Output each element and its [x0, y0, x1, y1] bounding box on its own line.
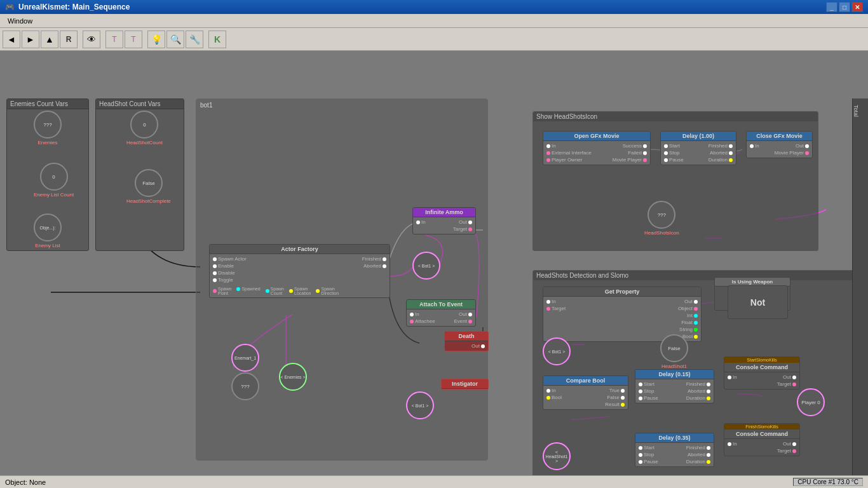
headshots-icon-circle[interactable]: ???	[648, 201, 675, 229]
forward-button[interactable]: ►	[22, 30, 39, 48]
open-gfx-title: Open GFx Movie	[543, 132, 650, 141]
headshot1-circle[interactable]: < HeadShot1 >	[543, 442, 571, 470]
console-start-left: In	[728, 374, 737, 387]
main-canvas[interactable]: Enemies Count Vars ??? Enemies 0 Enemy L…	[0, 51, 868, 475]
actor-factory-pins-left: Spawn Actor Enable Disable Toggle SpawnP…	[213, 256, 339, 295]
death-event-node[interactable]: Death Out	[444, 331, 489, 351]
headshot-count-label: HeadShotCount	[126, 140, 163, 146]
get-property-title: Get Property	[543, 287, 701, 297]
object-status: Object: None	[5, 478, 46, 486]
delay-015-right: Finished Aborted Duration	[686, 381, 710, 401]
compare-bool-node[interactable]: Compare Bool In Bool True False Result	[543, 376, 628, 410]
actor-factory-node[interactable]: Actor Factory Spawn Actor Enable Disable…	[209, 244, 390, 298]
not-node[interactable]: Not	[728, 285, 788, 319]
enemy-list-label: Enemy List	[35, 243, 60, 248]
eye-button[interactable]: 👁	[83, 30, 100, 48]
console-finish-title: Console Command	[724, 430, 799, 439]
up-button[interactable]: ▲	[41, 30, 58, 48]
delay-100-left: Start Stop Pause	[664, 143, 684, 163]
headshot-count-circle[interactable]: 0	[130, 111, 158, 139]
open-gfx-node[interactable]: Open GFx Movie In External Interface Pla…	[543, 131, 651, 165]
bot1-top-circle[interactable]: < Bot1 >	[412, 252, 440, 280]
headshot-count-node[interactable]: 0 HeadShotCount	[126, 111, 163, 146]
attach-event-left: In Attachee	[410, 311, 435, 324]
headshot1-node[interactable]: < HeadShot1 >	[543, 442, 571, 470]
enemy-list-circle[interactable]: Obje...):	[34, 214, 62, 241]
enemies-circle[interactable]: ???	[34, 111, 62, 139]
player0-circle[interactable]: Player 0	[797, 388, 825, 416]
bot1-region-label: bot1	[200, 102, 212, 109]
headshot-false-node[interactable]: False HeadShot1	[660, 334, 688, 369]
bot1-detect-node[interactable]: < Bot1 >	[543, 337, 571, 365]
enemies-count-panel: Enemies Count Vars ??? Enemies 0 Enemy L…	[6, 98, 89, 251]
close-button[interactable]: ✕	[851, 2, 863, 12]
show-headshots-panel: Show HeadShotsIcon Open GFx Movie In Ext…	[532, 111, 818, 251]
enemy-list-count-circle[interactable]: 0	[40, 163, 68, 191]
delay-100-right: Finished Aborted Duration	[709, 143, 733, 163]
window-controls: _ □ ✕	[826, 2, 863, 12]
delay-035-node[interactable]: Delay (0.35) Start Stop Pause Finished A…	[635, 433, 714, 467]
delay-100-node[interactable]: Delay (1.00) Start Stop Pause Finished A…	[660, 131, 736, 165]
minimize-button[interactable]: _	[826, 2, 837, 12]
finish-slomo-label: FinishSlomoKills	[724, 424, 799, 430]
right-panel-stub: Total	[852, 98, 868, 475]
headshots-icon-label: HeadShotsIcon	[644, 230, 679, 236]
search-button[interactable]: 🔍	[166, 30, 184, 48]
headshot-complete-node[interactable]: False HeadShotComplete	[126, 169, 171, 204]
headshot-complete-circle[interactable]: False	[135, 169, 163, 197]
delay-035-left: Start Stop Pause	[639, 445, 658, 464]
menu-window[interactable]: Window	[3, 16, 37, 26]
text2-button[interactable]: T	[125, 30, 142, 48]
cpu-status: CPU Core #1 73.0 °C	[793, 478, 863, 486]
light-button[interactable]: 💡	[147, 30, 165, 48]
bot1-mid-node[interactable]: < Bot1 >	[406, 391, 434, 419]
enemies-panel-title: Enemies Count Vars	[7, 99, 88, 109]
headshot-complete-label: HeadShotComplete	[126, 198, 171, 204]
app-icon: 🎮	[5, 3, 15, 11]
compare-bool-title: Compare Bool	[543, 376, 628, 386]
delay-035-right: Finished Aborted Duration	[686, 445, 710, 464]
attach-to-event-node[interactable]: Attach To Event In Attachee Out Event	[406, 299, 476, 327]
enemy-list-count-node[interactable]: 0 Enemy List Count	[34, 163, 74, 198]
delay-015-node[interactable]: Delay (0.15) Start Stop Pause Finished A…	[635, 369, 714, 403]
delay-100-title: Delay (1.00)	[661, 132, 736, 141]
death-title: Death	[445, 332, 488, 341]
actor-factory-title: Actor Factory	[210, 245, 390, 254]
back-button[interactable]: ◄	[3, 30, 20, 48]
player0-node[interactable]: Player 0	[797, 388, 825, 416]
bot1-top-node[interactable]: < Bot1 >	[412, 252, 440, 280]
text1-button[interactable]: T	[105, 30, 123, 48]
compare-bool-right: True False Result	[605, 388, 625, 407]
enemy-list-node[interactable]: Obje...): Enemy List	[34, 214, 62, 248]
bot1-spawn-circle[interactable]: Enemart_1	[231, 344, 259, 372]
close-gfx-title: Close GFx Movie	[747, 132, 812, 141]
reload-button[interactable]: R	[60, 30, 78, 48]
unknown-circle[interactable]: ???	[231, 372, 259, 400]
enemies-mid-node[interactable]: < Enemies >	[279, 363, 307, 391]
get-property-left: In Target	[546, 299, 566, 339]
console-start-node[interactable]: StartSlomoKills Console Command In Out T…	[724, 356, 800, 390]
enemies-var-node[interactable]: ??? Enemies	[34, 111, 62, 146]
headshots-icon-node[interactable]: ??? HeadShotsIcon	[644, 201, 679, 236]
instigator-node[interactable]: Instigator	[441, 379, 489, 390]
bot1-detect-circle[interactable]: < Bot1 >	[543, 337, 571, 365]
k-button[interactable]: K	[208, 30, 226, 48]
unknown-var-node[interactable]: ???	[231, 372, 259, 400]
actor-factory-pins-right: Finished Aborted	[362, 256, 386, 295]
close-gfx-node[interactable]: Close GFx Movie In Out Movie Player	[746, 131, 813, 158]
headshots-detection-title: HeadShots Detection and Slomo	[533, 271, 862, 281]
console-finish-node[interactable]: FinishSlomoKills Console Command In Out …	[724, 423, 800, 456]
enemies-mid-circle[interactable]: < Enemies >	[279, 363, 307, 391]
infinite-ammo-right: Out Target	[453, 219, 472, 232]
maximize-button[interactable]: □	[839, 2, 850, 12]
total-label: Total	[853, 105, 859, 117]
close-gfx-left: In	[750, 143, 759, 156]
bot1-mid-circle[interactable]: < Bot1 >	[406, 391, 434, 419]
attach-to-event-title: Attach To Event	[407, 300, 475, 309]
headshot-false-circle[interactable]: False	[660, 334, 688, 362]
infinite-ammo-node[interactable]: Infinite Ammo In Out Target	[412, 207, 476, 234]
get-property-node[interactable]: Get Property In Target Out Object Int Fl…	[543, 287, 702, 342]
infinite-ammo-left: In	[416, 219, 426, 232]
headshot-count-panel: HeadShot Count Vars 0 HeadShotCount Fals…	[95, 98, 184, 251]
settings-button[interactable]: 🔧	[186, 30, 203, 48]
